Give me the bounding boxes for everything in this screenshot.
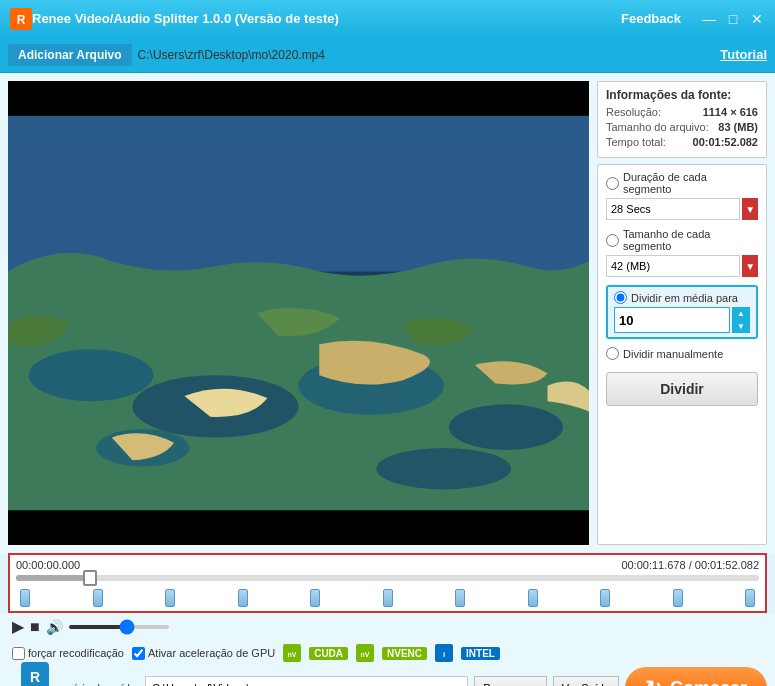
list-item[interactable] bbox=[455, 589, 465, 607]
add-file-button[interactable]: Adicionar Arquivo bbox=[8, 44, 132, 66]
timeline-fill bbox=[16, 575, 90, 581]
view-output-button[interactable]: Ver Saída bbox=[553, 676, 619, 686]
manual-label: Dividir manualmente bbox=[623, 348, 723, 360]
source-info: Informações da fonte: Resolução: 1114 × … bbox=[597, 81, 767, 158]
timeline-thumb[interactable] bbox=[83, 570, 97, 586]
list-item[interactable] bbox=[93, 589, 103, 607]
duration-radio-label[interactable]: Duração de cada segmento bbox=[606, 171, 758, 195]
spinner-down-button[interactable]: ▼ bbox=[732, 320, 750, 333]
average-radio[interactable] bbox=[614, 291, 627, 304]
browse-button[interactable]: Procurar ... bbox=[474, 676, 546, 686]
app-title: Renee Video/Audio Splitter 1.0.0 (Versão… bbox=[32, 11, 621, 26]
force-recode-text: forçar recodificação bbox=[28, 647, 124, 659]
list-item[interactable] bbox=[20, 589, 30, 607]
gpu-accel-checkbox[interactable] bbox=[132, 647, 145, 660]
minimize-button[interactable]: — bbox=[701, 11, 717, 27]
svg-text:nV: nV bbox=[361, 651, 370, 658]
list-item[interactable] bbox=[600, 589, 610, 607]
brand-logo: R RENE.E Laboratory bbox=[8, 662, 62, 686]
list-item[interactable] bbox=[528, 589, 538, 607]
manual-radio[interactable] bbox=[606, 347, 619, 360]
bottom-bar: R RENE.E Laboratory ório de saída: Procu… bbox=[0, 666, 775, 686]
duration-label: Duração de cada segmento bbox=[623, 171, 758, 195]
nvenc-badge: NVENC bbox=[382, 647, 427, 660]
size-option: Tamanho de cada segmento ▼ bbox=[606, 228, 758, 277]
markers-row bbox=[16, 589, 759, 607]
source-info-title: Informações da fonte: bbox=[606, 88, 758, 102]
list-item[interactable] bbox=[165, 589, 175, 607]
resolution-value: 1114 × 616 bbox=[703, 106, 758, 118]
list-item[interactable] bbox=[673, 589, 683, 607]
play-button[interactable]: ▶ bbox=[12, 617, 24, 636]
right-panel: Informações da fonte: Resolução: 1114 × … bbox=[597, 81, 767, 545]
intel-logo-icon: i bbox=[435, 644, 453, 662]
size-radio[interactable] bbox=[606, 234, 619, 247]
svg-point-9 bbox=[376, 448, 511, 490]
list-item[interactable] bbox=[310, 589, 320, 607]
resolution-label: Resolução: bbox=[606, 106, 661, 118]
brand-icon: R bbox=[21, 662, 49, 686]
timeline-section: 00:00:00.000 00:00:11.678 / 00:01:52.082 bbox=[8, 553, 767, 613]
titlebar: R Renee Video/Audio Splitter 1.0.0 (Vers… bbox=[0, 0, 775, 37]
start-button[interactable]: ↻ Começar bbox=[625, 667, 767, 686]
average-option: Dividir em média para ▲ ▼ bbox=[606, 285, 758, 339]
start-icon: ↻ bbox=[645, 676, 662, 686]
total-time-label: Tempo total: bbox=[606, 136, 666, 148]
feedback-button[interactable]: Feedback bbox=[621, 11, 681, 26]
split-options: Duração de cada segmento ▼ Tamanho de ca… bbox=[597, 164, 767, 545]
divide-button[interactable]: Dividir bbox=[606, 372, 758, 406]
svg-text:i: i bbox=[443, 650, 445, 659]
manual-radio-label[interactable]: Dividir manualmente bbox=[606, 347, 758, 360]
spinner-controls: ▲ ▼ bbox=[732, 307, 750, 333]
tutorial-link[interactable]: Tutorial bbox=[720, 47, 767, 62]
svg-text:nV: nV bbox=[288, 651, 297, 658]
file-path: C:\Users\zrf\Desktop\mo\2020.mp4 bbox=[138, 48, 711, 62]
force-recode-checkbox[interactable] bbox=[12, 647, 25, 660]
video-panel bbox=[8, 81, 589, 545]
intel-badge: INTEL bbox=[461, 647, 500, 660]
file-size-label: Tamanho do arquivo: bbox=[606, 121, 709, 133]
time-right: 00:00:11.678 / 00:01:52.082 bbox=[621, 559, 759, 571]
volume-slider[interactable] bbox=[69, 625, 169, 629]
volume-icon: 🔊 bbox=[46, 619, 63, 635]
output-path-input[interactable] bbox=[145, 676, 468, 686]
main-content: Informações da fonte: Resolução: 1114 × … bbox=[0, 73, 775, 553]
svg-text:R: R bbox=[30, 669, 40, 685]
size-dropdown-arrow[interactable]: ▼ bbox=[742, 255, 758, 277]
toolbar: Adicionar Arquivo C:\Users\zrf\Desktop\m… bbox=[0, 37, 775, 73]
size-input[interactable] bbox=[606, 255, 740, 277]
maximize-button[interactable]: □ bbox=[725, 11, 741, 27]
nvidia2-logo-icon: nV bbox=[356, 644, 374, 662]
timeline-track[interactable] bbox=[16, 575, 759, 581]
time-left: 00:00:00.000 bbox=[16, 559, 80, 571]
list-item[interactable] bbox=[383, 589, 393, 607]
average-input[interactable] bbox=[614, 307, 730, 333]
size-radio-label[interactable]: Tamanho de cada segmento bbox=[606, 228, 758, 252]
playback-controls: ▶ ■ 🔊 bbox=[0, 613, 775, 640]
duration-input[interactable] bbox=[606, 198, 740, 220]
gpu-accel-label[interactable]: Ativar aceleração de GPU bbox=[132, 647, 275, 660]
cuda-badge: CUDA bbox=[309, 647, 348, 660]
duration-dropdown-arrow[interactable]: ▼ bbox=[742, 198, 758, 220]
spinner-up-button[interactable]: ▲ bbox=[732, 307, 750, 320]
app-logo-icon: R bbox=[10, 8, 32, 30]
svg-point-4 bbox=[29, 349, 154, 401]
duration-radio[interactable] bbox=[606, 177, 619, 190]
close-button[interactable]: ✕ bbox=[749, 11, 765, 27]
start-label: Começar bbox=[670, 678, 747, 687]
force-recode-label[interactable]: forçar recodificação bbox=[12, 647, 124, 660]
average-radio-label[interactable]: Dividir em média para bbox=[614, 291, 750, 304]
list-item[interactable] bbox=[238, 589, 248, 607]
options-bar: forçar recodificação Ativar aceleração d… bbox=[0, 640, 775, 666]
output-label: ório de saída: bbox=[72, 682, 139, 686]
list-item[interactable] bbox=[745, 589, 755, 607]
average-label: Dividir em média para bbox=[631, 292, 738, 304]
svg-rect-3 bbox=[8, 116, 589, 272]
stop-button[interactable]: ■ bbox=[30, 618, 40, 636]
size-label: Tamanho de cada segmento bbox=[623, 228, 758, 252]
time-display-row: 00:00:00.000 00:00:11.678 / 00:01:52.082 bbox=[16, 559, 759, 571]
total-time-value: 00:01:52.082 bbox=[693, 136, 758, 148]
video-preview bbox=[8, 81, 589, 545]
svg-text:R: R bbox=[17, 13, 26, 27]
duration-option: Duração de cada segmento ▼ bbox=[606, 171, 758, 220]
